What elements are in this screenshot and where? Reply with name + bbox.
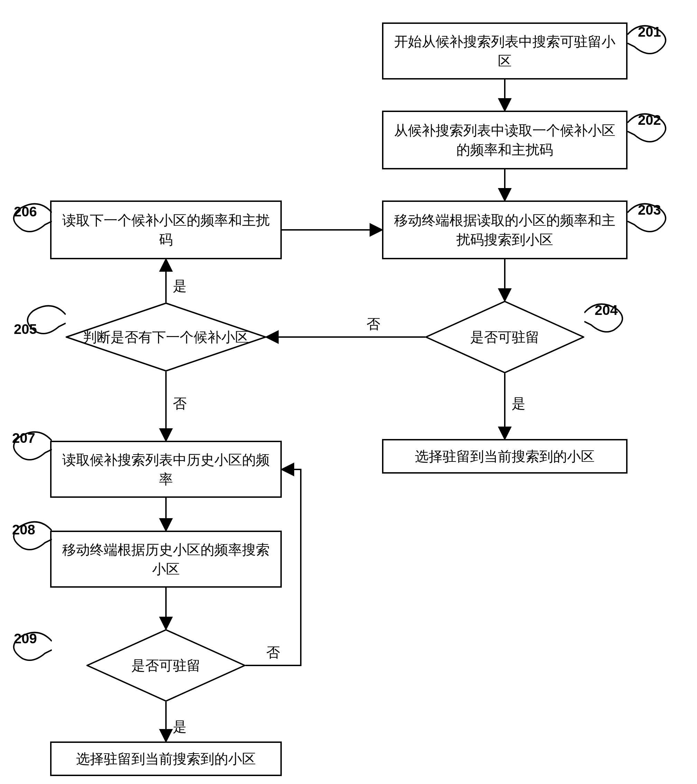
node-202: 从候补搜索列表中读取一个候补小区的频率和主扰码 (382, 110, 628, 170)
node-206: 读取下一个候补小区的频率和主扰码 (50, 201, 282, 259)
node-208: 移动终端根据历史小区的频率搜索小区 (50, 530, 282, 588)
node-204-yes: 选择驻留到当前搜索到的小区 (382, 439, 628, 474)
label-209: 209 (14, 631, 37, 646)
label-207: 207 (12, 430, 35, 446)
label-208: 208 (12, 522, 35, 537)
node-204-yes-text: 选择驻留到当前搜索到的小区 (415, 446, 595, 466)
label-202: 202 (638, 112, 661, 128)
label-203: 203 (638, 202, 661, 218)
node-209-yes-text: 选择驻留到当前搜索到的小区 (76, 749, 256, 768)
node-209-yes: 选择驻留到当前搜索到的小区 (50, 741, 282, 776)
label-205: 205 (14, 321, 37, 337)
edge-204-no: 否 (366, 315, 380, 334)
edge-209-yes: 是 (173, 717, 187, 736)
node-204: 是否可驻留 (425, 301, 584, 373)
edge-205-yes: 是 (173, 277, 187, 296)
node-209: 是否可驻留 (86, 629, 246, 702)
label-206: 206 (14, 204, 37, 219)
edge-204-yes: 是 (512, 394, 526, 413)
node-203-text: 移动终端根据读取的小区的频率和主扰码搜索到小区 (391, 211, 619, 249)
label-201: 201 (638, 24, 661, 40)
node-201-text: 开始从候补搜索列表中搜索可驻留小区 (391, 32, 619, 71)
node-207: 读取候补搜索列表中历史小区的频率 (50, 441, 282, 498)
node-207-text: 读取候补搜索列表中历史小区的频率 (58, 450, 274, 489)
node-202-text: 从候补搜索列表中读取一个候补小区的频率和主扰码 (391, 121, 619, 159)
edge-205-no: 否 (173, 394, 187, 413)
node-204-text: 是否可驻留 (470, 327, 539, 347)
node-205-text: 判断是否有下一个候补小区 (83, 327, 249, 347)
node-206-text: 读取下一个候补小区的频率和主扰码 (58, 211, 274, 249)
node-205: 判断是否有下一个候补小区 (66, 303, 266, 372)
node-209-text: 是否可驻留 (131, 656, 201, 675)
edge-209-no: 否 (266, 643, 280, 662)
node-201: 开始从候补搜索列表中搜索可驻留小区 (382, 23, 628, 79)
label-204: 204 (595, 303, 618, 318)
node-208-text: 移动终端根据历史小区的频率搜索小区 (58, 540, 274, 579)
node-203: 移动终端根据读取的小区的频率和主扰码搜索到小区 (382, 201, 628, 259)
